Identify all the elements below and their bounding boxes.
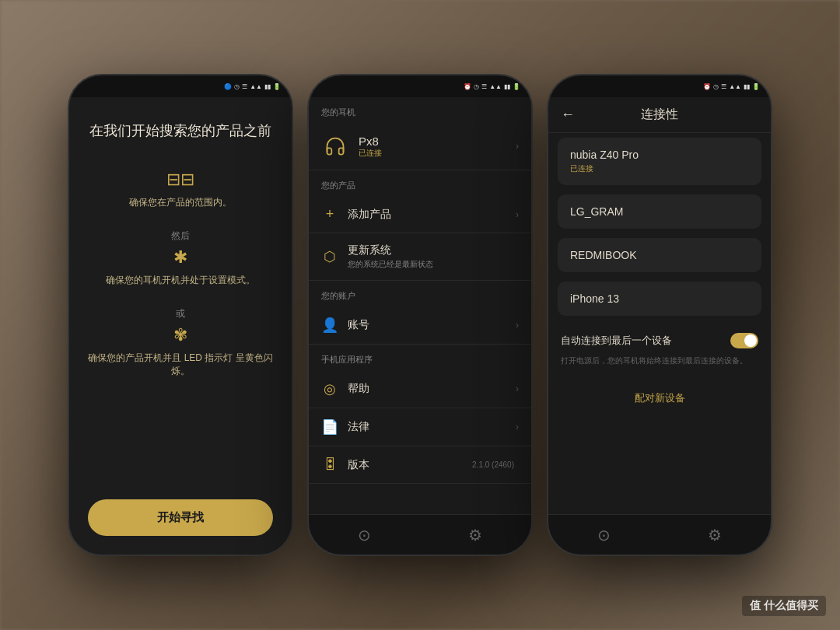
connectivity-title: 连接性 — [584, 107, 735, 123]
phone-3-home-icon[interactable]: ⊙ — [597, 526, 611, 544]
phone-2-status-bar: ⏰◷☰▲▲▮▮🔋 — [309, 75, 531, 97]
auto-connect-desc: 打开电源后，您的耳机将始终连接到最后连接的设备。 — [548, 355, 771, 379]
update-system-title: 更新系统 — [348, 243, 519, 257]
help-content: 帮助 — [348, 382, 516, 396]
help-item[interactable]: ◎ 帮助 › — [309, 370, 531, 408]
auto-connect-toggle[interactable] — [730, 333, 758, 348]
phone-1-content: 在我们开始搜索您的产品之前 ⊟⊟ 确保您在产品的范围内。 然后 ✱ 确保您的耳机… — [69, 97, 292, 555]
help-icon: ◎ — [321, 380, 338, 397]
phone-1-step-3-icon-row: ✾ — [173, 325, 187, 345]
led-icon: ✾ — [173, 325, 187, 345]
device-item-lg[interactable]: LG_GRAM — [558, 194, 761, 229]
headphone-svg — [324, 135, 346, 157]
phone-3: ⏰◷☰▲▲▮▮🔋 ← 连接性 nubia Z40 Pro 已连接 LG_GRAM… — [547, 74, 772, 556]
phone-2-bottom-nav: ⊙ ⚙ — [309, 514, 531, 555]
update-system-item[interactable]: ⬡ 更新系统 您的系统已经是最新状态 — [309, 233, 531, 281]
phone-3-status-icons: ⏰◷☰▲▲▮▮🔋 — [703, 83, 760, 90]
headphone-icon — [321, 132, 349, 160]
add-product-title: 添加产品 — [348, 208, 516, 222]
phone-1-status-bar: 🔵◷☰▲▲▮▮🔋 — [69, 75, 292, 97]
phone-3-bottom-nav: ⊙ ⚙ — [548, 514, 771, 555]
phone-1-step-2-text: 确保您的耳机开机并处于设置模式。 — [106, 274, 255, 287]
phone-3-content: ← 连接性 nubia Z40 Pro 已连接 LG_GRAM REDMIBOO… — [548, 97, 771, 514]
phone-2: ⏰◷☰▲▲▮▮🔋 您的耳机 Px8 已连接 › — [307, 74, 533, 556]
headphone-status: 已连接 — [359, 148, 516, 159]
bluetooth-icon: ✱ — [173, 247, 187, 268]
phone-apps-section-label: 手机应用程序 — [309, 345, 531, 370]
device-item-redmi[interactable]: REDMIBOOK — [558, 238, 761, 272]
version-icon: 🎛 — [321, 457, 338, 473]
phone-1-step-1: ⊟⊟ 确保您在产品的范围内。 — [88, 170, 273, 209]
add-product-item[interactable]: + 添加产品 › — [309, 196, 531, 233]
phone-1-or-label: 或 — [176, 307, 185, 320]
auto-connect-label: 自动连接到最后一个设备 — [561, 334, 730, 348]
device-nubia-name: nubia Z40 Pro — [570, 149, 749, 161]
update-icon: ⬡ — [321, 248, 338, 265]
help-title: 帮助 — [348, 382, 516, 396]
phone-2-status-icons: ⏰◷☰▲▲▮▮🔋 — [464, 83, 520, 90]
account-title: 账号 — [348, 318, 516, 332]
phone-1-status-icons: 🔵◷☰▲▲▮▮🔋 — [224, 83, 281, 90]
phone-1-step-2-icon-row: ✱ — [173, 247, 187, 268]
legal-icon: 📄 — [321, 418, 338, 436]
range-icon: ⊟⊟ — [166, 170, 194, 190]
legal-content: 法律 — [348, 420, 516, 434]
legal-title: 法律 — [348, 420, 516, 434]
version-value: 2.1.0 (2460) — [472, 460, 514, 469]
phones-container: 🔵◷☰▲▲▮▮🔋 在我们开始搜索您的产品之前 ⊟⊟ 确保您在产品的范围内。 然后… — [68, 74, 772, 556]
legal-chevron-icon: › — [516, 422, 519, 432]
help-chevron-icon: › — [516, 383, 519, 394]
back-button[interactable]: ← — [561, 107, 575, 123]
account-item[interactable]: 👤 账号 › — [309, 306, 531, 345]
device-redmi-name: REDMIBOOK — [570, 249, 749, 261]
headphone-chevron-icon: › — [516, 141, 519, 152]
device-item-nubia[interactable]: nubia Z40 Pro 已连接 — [558, 138, 761, 185]
update-system-content: 更新系统 您的系统已经是最新状态 — [348, 243, 519, 270]
auto-connect-row: 自动连接到最后一个设备 — [548, 320, 771, 355]
legal-item[interactable]: 📄 法律 › — [309, 408, 531, 446]
phone-2-settings-icon[interactable]: ⚙ — [468, 526, 482, 544]
phone-1-then-label: 然后 — [171, 229, 190, 243]
phone-2-screen: ⏰◷☰▲▲▮▮🔋 您的耳机 Px8 已连接 › — [309, 75, 531, 555]
account-chevron-icon: › — [516, 320, 519, 331]
version-content: 版本 — [348, 458, 472, 472]
pair-device-button[interactable]: 配对新设备 — [548, 379, 771, 418]
phone-1-step-1-text: 确保您在产品的范围内。 — [129, 196, 232, 209]
headphone-info: Px8 已连接 — [359, 135, 516, 159]
start-search-button[interactable]: 开始寻找 — [88, 499, 273, 536]
account-content: 账号 — [348, 318, 516, 332]
version-title: 版本 — [348, 458, 472, 472]
add-product-chevron-icon: › — [516, 209, 519, 220]
account-section-label: 您的账户 — [309, 281, 531, 306]
phone-1-step-3: ✾ 确保您的产品开机并且 LED 指示灯 呈黄色闪烁。 — [88, 325, 273, 378]
headphone-item[interactable]: Px8 已连接 › — [309, 123, 531, 170]
version-item: 🎛 版本 2.1.0 (2460) — [309, 446, 531, 484]
device-iphone-name: iPhone 13 — [570, 292, 749, 305]
account-icon: 👤 — [321, 317, 338, 334]
add-icon: + — [321, 206, 338, 222]
products-section-label: 您的产品 — [309, 170, 531, 196]
phone-1-title: 在我们开始搜索您的产品之前 — [89, 121, 271, 142]
headphone-section-label: 您的耳机 — [309, 97, 531, 123]
watermark: 值 什么值得买 — [742, 596, 826, 616]
add-product-content: 添加产品 — [348, 208, 516, 222]
device-nubia-status: 已连接 — [570, 163, 749, 174]
phone-3-header: ← 连接性 — [548, 97, 771, 133]
update-system-status: 您的系统已经是最新状态 — [348, 259, 519, 270]
headphone-name: Px8 — [359, 135, 516, 148]
device-item-iphone[interactable]: iPhone 13 — [558, 282, 761, 316]
phone-3-status-bar: ⏰◷☰▲▲▮▮🔋 — [548, 75, 771, 97]
phone-1: 🔵◷☰▲▲▮▮🔋 在我们开始搜索您的产品之前 ⊟⊟ 确保您在产品的范围内。 然后… — [68, 74, 293, 556]
device-lg-name: LG_GRAM — [570, 205, 749, 218]
phone-1-step-1-icon-row: ⊟⊟ — [166, 170, 194, 190]
phone-1-step-3-text: 确保您的产品开机并且 LED 指示灯 呈黄色闪烁。 — [88, 352, 273, 378]
phone-1-step-2: ✱ 确保您的耳机开机并处于设置模式。 — [88, 247, 273, 287]
phone-3-settings-icon[interactable]: ⚙ — [708, 526, 722, 544]
phone-2-content: 您的耳机 Px8 已连接 › 您的产品 — [309, 97, 531, 514]
phone-3-screen: ⏰◷☰▲▲▮▮🔋 ← 连接性 nubia Z40 Pro 已连接 LG_GRAM… — [548, 75, 771, 555]
phone-2-home-icon[interactable]: ⊙ — [358, 526, 371, 544]
phone-1-screen: 🔵◷☰▲▲▮▮🔋 在我们开始搜索您的产品之前 ⊟⊟ 确保您在产品的范围内。 然后… — [69, 75, 292, 555]
